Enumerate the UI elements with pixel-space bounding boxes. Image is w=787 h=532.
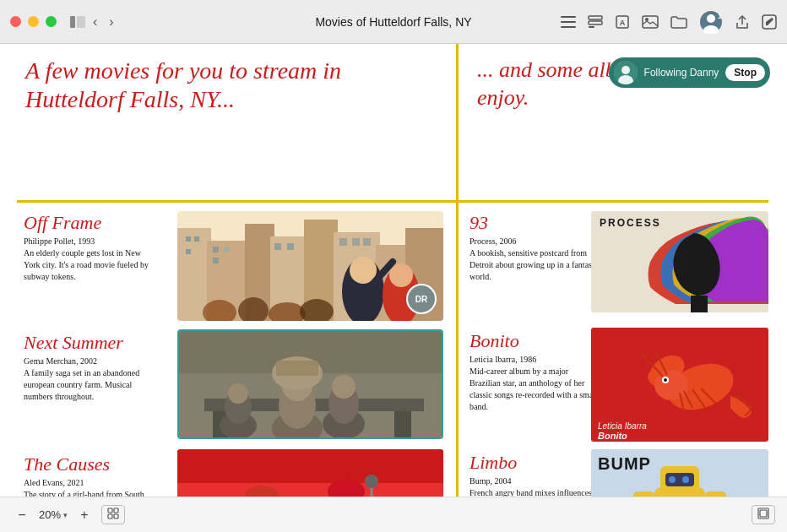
movie-image-2 — [177, 329, 443, 439]
movie-section-1: Off Frame Philippe Pollet, 1993An elderl… — [24, 213, 159, 283]
expand-section — [752, 505, 775, 524]
following-label: Following Danny — [644, 67, 719, 79]
svg-rect-36 — [287, 243, 294, 250]
svg-point-13 — [707, 14, 715, 23]
svg-rect-0 — [70, 16, 75, 28]
svg-point-47 — [389, 263, 413, 287]
album-title-1: 93 — [469, 213, 600, 233]
edit-button[interactable] — [762, 14, 777, 30]
svg-rect-131 — [108, 514, 112, 518]
album-cover-1: PROCESS 93 — [591, 211, 768, 312]
minimize-button[interactable] — [28, 16, 39, 27]
traffic-lights — [10, 16, 57, 27]
bottom-toolbar: − 20% ▾ + — [0, 497, 787, 532]
header-left-text: A few movies for you to stream in Huttel… — [25, 57, 431, 113]
expand-button[interactable] — [752, 505, 775, 524]
user-button[interactable]: 1 — [699, 10, 723, 34]
svg-rect-7 — [589, 26, 594, 28]
svg-rect-132 — [114, 514, 118, 518]
svg-rect-134 — [760, 510, 767, 517]
svg-rect-130 — [114, 508, 118, 513]
view-button[interactable] — [561, 16, 576, 28]
divider-vertical — [456, 44, 459, 532]
svg-point-117 — [682, 476, 689, 483]
fit-to-screen-button[interactable] — [101, 505, 125, 524]
svg-rect-2 — [561, 16, 576, 18]
svg-rect-6 — [589, 21, 602, 24]
movie-title-3: The Causes — [24, 454, 159, 475]
svg-rect-129 — [108, 508, 112, 513]
main-canvas: A few movies for you to stream in Huttel… — [0, 44, 787, 532]
zoom-in-button[interactable]: + — [74, 505, 95, 525]
forward-button[interactable]: › — [105, 13, 117, 31]
following-bar: Following Danny Stop — [609, 57, 770, 88]
svg-text:Bonito: Bonito — [598, 431, 627, 441]
sidebar-toggle-button[interactable] — [70, 16, 85, 28]
zoom-out-button[interactable]: − — [12, 505, 32, 525]
svg-text:PROCESS: PROCESS — [600, 217, 661, 229]
movie-title-1: Off Frame — [24, 213, 159, 233]
svg-rect-95 — [691, 296, 708, 312]
album-info-2: Leticia Ibarra, 1986Mid-career album by … — [469, 354, 600, 413]
zoom-level-display: 20% ▾ — [39, 508, 68, 521]
following-avatar — [614, 61, 638, 84]
share-button[interactable] — [735, 14, 750, 30]
svg-text:Leticia Ibarra: Leticia Ibarra — [598, 421, 647, 431]
svg-rect-1 — [77, 16, 85, 28]
movie-info-1: Philippe Pollet, 1993An elderly couple g… — [24, 236, 159, 283]
svg-rect-37 — [339, 238, 347, 246]
svg-text:A: A — [620, 19, 626, 27]
titlebar: ‹ › Movies of Hutteldorf Falls, NY — [0, 0, 787, 44]
svg-rect-29 — [186, 236, 191, 242]
svg-rect-34 — [213, 258, 219, 263]
svg-rect-33 — [224, 247, 230, 252]
svg-rect-10 — [643, 16, 658, 28]
image-button[interactable] — [642, 15, 659, 29]
zoom-chevron-icon: ▾ — [63, 511, 68, 519]
close-button[interactable] — [10, 16, 21, 27]
svg-point-100 — [654, 370, 688, 400]
movie-image-1: DR — [177, 211, 443, 321]
movie-info-2: Gema Merchan, 2002A family saga set in a… — [24, 356, 159, 403]
album-section-2: Bonito Leticia Ibarra, 1986Mid-career al… — [469, 331, 600, 413]
svg-point-102 — [664, 378, 667, 382]
svg-text:BUMP: BUMP — [598, 454, 651, 473]
layers-button[interactable] — [588, 15, 603, 29]
album-section-1: 93 Process, 2006A bookish, sensitive pos… — [469, 213, 600, 283]
svg-rect-32 — [213, 247, 219, 252]
svg-rect-31 — [186, 249, 191, 254]
stop-button[interactable]: Stop — [725, 64, 765, 81]
album-title-3: Limbo — [469, 453, 600, 473]
svg-rect-67 — [179, 331, 443, 439]
window-title: Movies of Hutteldorf Falls, NY — [315, 15, 471, 29]
svg-rect-3 — [561, 21, 576, 23]
svg-point-116 — [669, 476, 676, 483]
svg-rect-35 — [274, 243, 281, 250]
svg-point-18 — [621, 66, 630, 74]
movie-section-2: Next Summer Gema Merchan, 2002A family s… — [24, 333, 159, 403]
album-info-1: Process, 2006A bookish, sensitive postca… — [469, 236, 600, 283]
zoom-value: 20% — [39, 508, 61, 521]
svg-rect-38 — [352, 238, 360, 246]
svg-rect-30 — [194, 236, 199, 242]
avatar-dr: DR — [406, 284, 437, 314]
zoom-window-button[interactable] — [46, 16, 57, 27]
text-button[interactable]: A — [615, 14, 630, 30]
divider-horizontal — [17, 200, 768, 203]
movie-title-2: Next Summer — [24, 333, 159, 353]
back-button[interactable]: ‹ — [89, 13, 101, 31]
album-title-2: Bonito — [469, 331, 600, 351]
album-cover-2: Leticia Ibarra Bonito — [591, 328, 768, 442]
svg-point-86 — [365, 475, 378, 488]
svg-rect-4 — [561, 26, 576, 28]
toolbar-icons: A 1 — [561, 10, 777, 34]
nav-buttons: ‹ › — [70, 13, 118, 31]
folder-button[interactable] — [670, 15, 687, 29]
svg-rect-39 — [363, 238, 371, 246]
svg-rect-70 — [177, 449, 443, 483]
svg-text:1: 1 — [718, 12, 722, 20]
svg-rect-5 — [589, 16, 602, 19]
